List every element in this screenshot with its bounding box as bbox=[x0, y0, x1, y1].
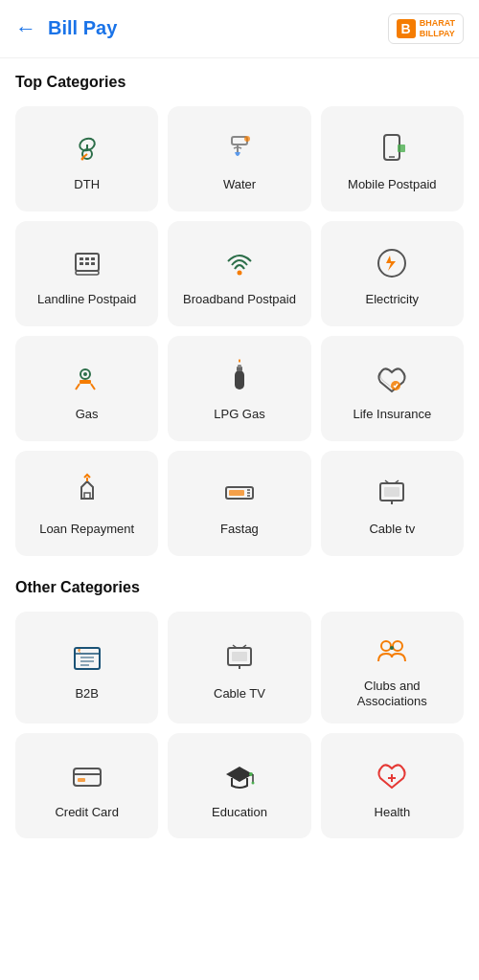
other-categories-title: Other Categories bbox=[0, 564, 479, 604]
water-icon bbox=[218, 127, 261, 169]
svg-rect-35 bbox=[384, 487, 399, 497]
svg-point-4 bbox=[80, 158, 83, 161]
category-card-landline-postpaid[interactable]: Landline Postpaid bbox=[15, 221, 158, 326]
water-label: Water bbox=[223, 177, 256, 193]
cable-tv-icon bbox=[371, 472, 413, 514]
svg-line-21 bbox=[76, 384, 80, 390]
education-icon bbox=[218, 755, 261, 797]
svg-rect-53 bbox=[78, 778, 85, 782]
loan-repayment-label: Loan Repayment bbox=[39, 522, 134, 538]
category-card-cable-tv[interactable]: Cable tv bbox=[321, 451, 464, 556]
svg-point-48 bbox=[381, 641, 391, 651]
svg-rect-51 bbox=[74, 768, 101, 786]
health-icon bbox=[371, 755, 413, 797]
category-card-fastag[interactable]: Fastag bbox=[168, 451, 310, 556]
dth-icon bbox=[66, 127, 108, 169]
education-label: Education bbox=[212, 805, 267, 821]
b2b-icon: ₹ bbox=[66, 636, 108, 679]
landline-postpaid-label: Landline Postpaid bbox=[37, 292, 136, 308]
landline-postpaid-icon bbox=[66, 242, 108, 284]
clubs-associations-label: Clubs and Associations bbox=[329, 679, 456, 711]
category-card-lpg-gas[interactable]: LPG Gas bbox=[168, 336, 310, 441]
brand-logo: B BHARAT BILLPAY bbox=[388, 13, 464, 44]
cable-tv-2-icon bbox=[218, 636, 261, 679]
category-card-health[interactable]: Health bbox=[321, 733, 464, 838]
svg-line-22 bbox=[91, 384, 95, 390]
page-title: Bill Pay bbox=[48, 17, 388, 39]
top-categories-title: Top Categories bbox=[0, 58, 479, 99]
category-card-education[interactable]: Education bbox=[168, 733, 310, 838]
fastag-label: Fastag bbox=[220, 522, 259, 538]
category-card-clubs-associations[interactable]: Clubs and Associations bbox=[321, 612, 464, 724]
category-card-gas[interactable]: Gas bbox=[15, 336, 158, 441]
lpg-gas-label: LPG Gas bbox=[214, 407, 264, 423]
life-insurance-label: Life Insurance bbox=[353, 407, 431, 423]
category-card-broadband-postpaid[interactable]: Broadband Postpaid bbox=[168, 221, 310, 326]
svg-rect-9 bbox=[398, 145, 405, 152]
gas-label: Gas bbox=[76, 407, 99, 423]
svg-rect-13 bbox=[91, 257, 95, 260]
electricity-label: Electricity bbox=[366, 292, 420, 308]
health-label: Health bbox=[375, 805, 411, 821]
dth-label: DTH bbox=[74, 177, 100, 193]
app-header: ← Bill Pay B BHARAT BILLPAY bbox=[0, 0, 479, 58]
clubs-associations-icon bbox=[371, 629, 413, 671]
svg-point-24 bbox=[83, 372, 87, 376]
category-card-electricity[interactable]: Electricity bbox=[321, 221, 464, 326]
category-card-b2b[interactable]: ₹ B2B bbox=[15, 612, 158, 724]
svg-rect-20 bbox=[80, 380, 91, 384]
category-card-water[interactable]: Water bbox=[168, 106, 310, 212]
category-card-life-insurance[interactable]: Life Insurance bbox=[321, 336, 464, 441]
category-card-mobile-postpaid[interactable]: Mobile Postpaid bbox=[321, 106, 464, 212]
top-categories-grid: DTH Water Mobile Postpaid Landline Postp… bbox=[0, 99, 479, 564]
electricity-icon bbox=[371, 242, 413, 284]
loan-repayment-icon bbox=[66, 472, 108, 514]
category-card-loan-repayment[interactable]: Loan Repayment bbox=[15, 451, 158, 556]
svg-point-50 bbox=[390, 646, 394, 650]
life-insurance-icon bbox=[371, 357, 413, 399]
other-categories-grid: ₹ B2B Cable TV Clubs and Associations Cr… bbox=[0, 604, 479, 847]
back-button[interactable]: ← bbox=[15, 16, 36, 41]
brand-b-icon: B bbox=[397, 19, 416, 38]
svg-rect-16 bbox=[91, 262, 95, 265]
category-card-credit-card[interactable]: Credit Card bbox=[15, 733, 158, 838]
svg-rect-17 bbox=[76, 271, 99, 275]
svg-point-18 bbox=[237, 271, 241, 276]
svg-rect-45 bbox=[232, 652, 247, 661]
lpg-gas-icon bbox=[218, 357, 261, 399]
mobile-postpaid-label: Mobile Postpaid bbox=[348, 177, 437, 193]
cable-tv-label: Cable tv bbox=[369, 522, 415, 538]
svg-point-49 bbox=[393, 641, 402, 651]
svg-rect-25 bbox=[235, 370, 244, 390]
svg-rect-12 bbox=[85, 257, 89, 260]
svg-rect-15 bbox=[85, 262, 89, 265]
svg-rect-30 bbox=[229, 490, 244, 496]
credit-card-icon bbox=[66, 755, 108, 797]
cable-tv-2-label: Cable TV bbox=[214, 686, 265, 702]
fastag-icon bbox=[218, 472, 261, 514]
category-card-cable-tv-2[interactable]: Cable TV bbox=[168, 612, 310, 724]
svg-rect-7 bbox=[384, 135, 399, 160]
svg-point-56 bbox=[251, 781, 254, 784]
svg-point-6 bbox=[244, 136, 250, 142]
svg-rect-27 bbox=[238, 365, 241, 368]
broadband-postpaid-icon bbox=[218, 242, 261, 284]
credit-card-label: Credit Card bbox=[55, 805, 118, 821]
gas-icon bbox=[66, 357, 108, 399]
broadband-postpaid-label: Broadband Postpaid bbox=[183, 292, 296, 308]
svg-rect-11 bbox=[80, 257, 83, 260]
mobile-postpaid-icon bbox=[371, 127, 413, 169]
b2b-label: B2B bbox=[75, 686, 99, 702]
brand-text: BHARAT BILLPAY bbox=[420, 18, 455, 39]
category-card-dth[interactable]: DTH bbox=[15, 106, 158, 212]
svg-rect-14 bbox=[80, 262, 83, 265]
